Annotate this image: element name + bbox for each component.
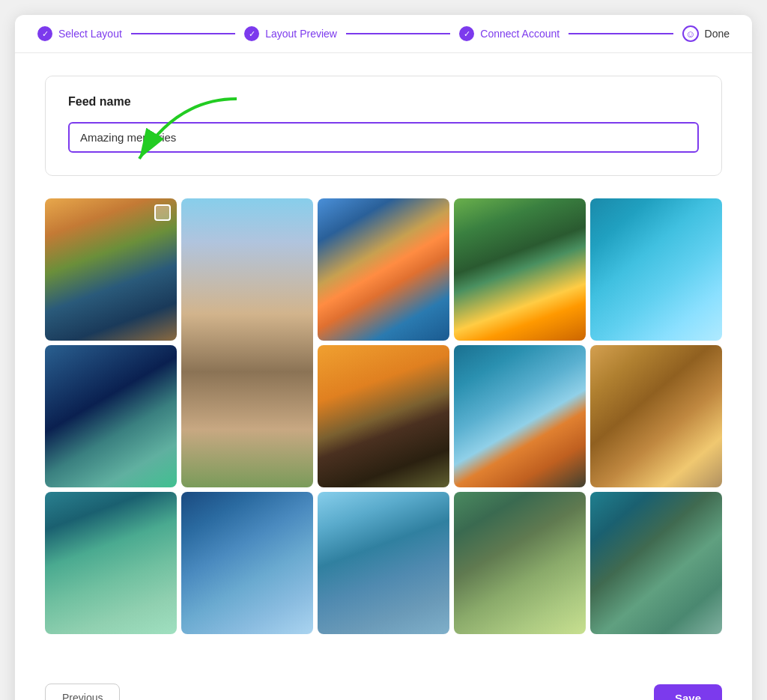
photo-cell-5[interactable] [590, 198, 722, 341]
step-label-connect-account: Connect Account [480, 28, 560, 40]
step-connect-account[interactable]: ✓ Connect Account [459, 26, 560, 41]
feed-name-input[interactable] [68, 122, 699, 153]
photo-grid [45, 198, 722, 639]
photo-cell-9[interactable] [590, 345, 722, 487]
bottom-bar: Previous Save [15, 669, 752, 700]
photo-cell-7[interactable] [318, 345, 449, 487]
content-area: Feed name [15, 53, 752, 661]
step-icon-done: ☺ [682, 25, 699, 42]
step-line-1 [131, 33, 235, 34]
photo-cell-12[interactable] [318, 492, 449, 634]
photo-cell-4[interactable] [454, 198, 586, 341]
step-done[interactable]: ☺ Done [682, 25, 730, 42]
photo-cell-14[interactable] [590, 492, 722, 634]
previous-button[interactable]: Previous [45, 684, 120, 700]
feed-name-title: Feed name [68, 95, 699, 109]
photo-cell-3[interactable] [318, 198, 449, 341]
step-line-2 [346, 33, 450, 34]
photo-cell-8[interactable] [454, 345, 586, 487]
step-check-select-layout: ✓ [37, 26, 52, 41]
step-label-done: Done [705, 28, 730, 40]
photo-cell-1[interactable] [45, 198, 177, 341]
photo-cell-10[interactable] [45, 492, 177, 634]
step-line-3 [569, 33, 673, 34]
photo-cell-6[interactable] [45, 345, 177, 487]
step-label-select-layout: Select Layout [58, 28, 122, 40]
photo-checkbox-1[interactable] [154, 204, 171, 221]
step-check-layout-preview: ✓ [244, 26, 259, 41]
feed-name-card: Feed name [45, 76, 722, 176]
stepper: ✓ Select Layout ✓ Layout Preview ✓ Conne… [15, 15, 752, 53]
photo-cell-2[interactable] [181, 198, 313, 487]
step-label-layout-preview: Layout Preview [265, 28, 337, 40]
step-layout-preview[interactable]: ✓ Layout Preview [244, 26, 337, 41]
photo-cell-11[interactable] [181, 492, 313, 634]
step-select-layout[interactable]: ✓ Select Layout [37, 26, 122, 41]
save-button[interactable]: Save [654, 684, 722, 701]
main-container: ✓ Select Layout ✓ Layout Preview ✓ Conne… [15, 15, 752, 700]
step-check-connect-account: ✓ [459, 26, 474, 41]
photo-cell-13[interactable] [454, 492, 586, 634]
